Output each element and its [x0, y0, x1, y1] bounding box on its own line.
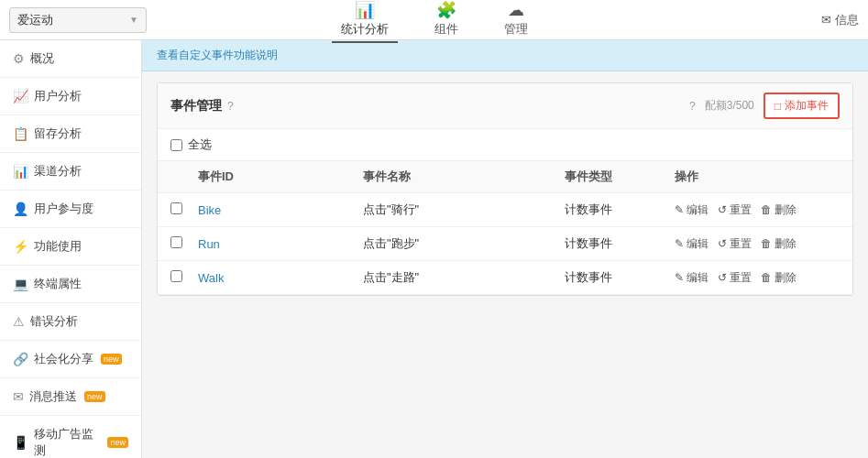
add-event-label: 添加事件 [785, 98, 829, 114]
sidebar-item-user-analysis[interactable]: 📈 用户分析 [0, 78, 141, 115]
reset-label-run: 重置 [730, 236, 752, 252]
edit-btn-bike[interactable]: ✎ 编辑 [675, 202, 709, 218]
app-selector[interactable]: 爱运动 ▼ [9, 7, 147, 33]
event-name-run: 点击"跑步" [363, 235, 565, 252]
nav-item-manage[interactable]: ☁ 管理 [495, 0, 537, 43]
sidebar-item-channel[interactable]: 📊 渠道分析 [0, 153, 141, 191]
push-icon: ✉ [13, 389, 24, 404]
nav-item-stats[interactable]: 📊 统计分析 [332, 0, 398, 43]
delete-icon-walk: 🗑 [761, 271, 772, 284]
nav-center: 📊 统计分析 🧩 组件 ☁ 管理 [332, 0, 537, 43]
dropdown-arrow-icon: ▼ [129, 15, 138, 25]
nav-item-components[interactable]: 🧩 组件 [425, 0, 467, 43]
event-name-walk: 点击"走路" [363, 269, 565, 286]
col-actions: 操作 [675, 169, 858, 185]
card-title: 事件管理 [170, 98, 222, 114]
content-area: 事件管理 ? ? 配额3/500 □ 添加事件 [142, 71, 868, 307]
delete-icon-run: 🗑 [761, 237, 772, 250]
event-id-link-bike[interactable]: Bike [198, 203, 221, 217]
sidebar-label-error: 错误分析 [30, 313, 78, 330]
checkbox-walk[interactable] [170, 270, 182, 282]
social-icon: 🔗 [13, 352, 28, 366]
nav-manage-label: 管理 [504, 21, 528, 38]
delete-btn-run[interactable]: 🗑 删除 [761, 236, 797, 252]
nav-components-label: 组件 [434, 21, 458, 38]
card-header: 事件管理 ? ? 配额3/500 □ 添加事件 [158, 83, 852, 129]
nav-stats-label: 统计分析 [341, 21, 389, 38]
reset-btn-walk[interactable]: ↺ 重置 [718, 270, 752, 286]
nav-message[interactable]: ✉ 信息 [821, 12, 859, 28]
reset-label-bike: 重置 [730, 202, 752, 218]
sidebar-item-terminal[interactable]: 💻 终端属性 [0, 266, 141, 303]
event-name-bike: 点击"骑行" [363, 202, 565, 218]
engagement-icon: 👤 [13, 202, 28, 216]
add-event-button[interactable]: □ 添加事件 [764, 93, 840, 119]
row-checkbox-bike [170, 202, 198, 217]
event-type-walk: 计数事件 [565, 269, 675, 286]
app-name: 爱运动 [17, 12, 129, 28]
reset-label-walk: 重置 [730, 270, 752, 286]
nav-right-label: ✉ 信息 [821, 12, 859, 28]
edit-label-run: 编辑 [687, 236, 709, 252]
col-event-id: 事件ID [198, 169, 363, 185]
add-event-icon: □ [775, 100, 781, 113]
edit-icon-bike: ✎ [675, 203, 684, 216]
edit-btn-run[interactable]: ✎ 编辑 [675, 236, 709, 252]
sidebar-item-engagement[interactable]: 👤 用户参与度 [0, 191, 141, 228]
retention-icon: 📋 [13, 126, 28, 141]
event-id-link-run[interactable]: Run [198, 237, 220, 251]
delete-label-bike: 删除 [775, 202, 797, 218]
action-btns-run: ✎ 编辑 ↺ 重置 🗑 删除 [675, 236, 858, 252]
action-btns-walk: ✎ 编辑 ↺ 重置 🗑 删除 [675, 270, 858, 286]
edit-icon-walk: ✎ [675, 271, 684, 284]
edit-btn-walk[interactable]: ✎ 编辑 [675, 270, 709, 286]
event-id-run: Run [198, 237, 363, 251]
manage-icon: ☁ [508, 0, 524, 20]
sidebar-item-social[interactable]: 🔗 社会化分享 new [0, 341, 141, 378]
social-new-badge: new [101, 354, 122, 365]
event-type-bike: 计数事件 [565, 202, 675, 218]
sidebar-label-terminal: 终端属性 [34, 276, 82, 292]
event-type-run: 计数事件 [565, 235, 675, 252]
sidebar-label-push: 消息推送 [29, 388, 77, 405]
reset-btn-run[interactable]: ↺ 重置 [718, 236, 752, 252]
table-row: Walk 点击"走路" 计数事件 ✎ 编辑 ↺ 重置 [158, 261, 852, 295]
sidebar: ⚙ 概况 📈 用户分析 📋 留存分析 📊 渠道分析 👤 用户参与度 ⚡ 功能使用… [0, 40, 142, 458]
col-event-name: 事件名称 [363, 169, 565, 185]
table-row: Run 点击"跑步" 计数事件 ✎ 编辑 ↺ 重置 [158, 227, 852, 261]
error-icon: ⚠ [13, 314, 25, 329]
delete-label-walk: 删除 [775, 270, 797, 286]
channel-icon: 📊 [13, 164, 28, 179]
sidebar-item-retention[interactable]: 📋 留存分析 [0, 115, 141, 153]
select-all-row: 全选 [158, 129, 852, 161]
sidebar-label-channel: 渠道分析 [34, 163, 82, 180]
sidebar-label-social: 社会化分享 [34, 351, 93, 367]
event-id-walk: Walk [198, 271, 363, 285]
row-checkbox-run [170, 236, 198, 251]
sidebar-item-ads[interactable]: 📱 移动广告监测 new [0, 416, 141, 458]
sidebar-label-feature-use: 功能使用 [34, 238, 82, 255]
event-table: 全选 事件ID 事件名称 事件类型 操作 [158, 129, 852, 295]
card-info-icon[interactable]: ? [227, 100, 234, 113]
select-all-checkbox[interactable] [170, 139, 182, 151]
checkbox-bike[interactable] [170, 202, 182, 214]
sidebar-item-error[interactable]: ⚠ 错误分析 [0, 303, 141, 341]
reset-btn-bike[interactable]: ↺ 重置 [718, 202, 752, 218]
table-header: 事件ID 事件名称 事件类型 操作 [158, 161, 852, 193]
terminal-icon: 💻 [13, 277, 28, 291]
info-banner[interactable]: 查看自定义事件功能说明 [142, 40, 868, 71]
sidebar-label-overview: 概况 [30, 50, 54, 67]
delete-btn-bike[interactable]: 🗑 删除 [761, 202, 797, 218]
quota-text: 配额3/500 [705, 98, 754, 114]
delete-btn-walk[interactable]: 🗑 删除 [761, 270, 797, 286]
sidebar-item-overview[interactable]: ⚙ 概况 [0, 40, 141, 78]
top-nav: 爱运动 ▼ 📊 统计分析 🧩 组件 ☁ 管理 ✉ 信息 [0, 0, 868, 40]
action-btns-bike: ✎ 编辑 ↺ 重置 🗑 删除 [675, 202, 858, 218]
ads-icon: 📱 [13, 435, 28, 450]
card-actions: ? 配额3/500 □ 添加事件 [689, 93, 840, 119]
checkbox-run[interactable] [170, 236, 182, 248]
sidebar-item-push[interactable]: ✉ 消息推送 new [0, 378, 141, 416]
event-id-link-walk[interactable]: Walk [198, 271, 224, 285]
sidebar-item-feature-use[interactable]: ⚡ 功能使用 [0, 228, 141, 266]
overview-icon: ⚙ [13, 51, 25, 66]
